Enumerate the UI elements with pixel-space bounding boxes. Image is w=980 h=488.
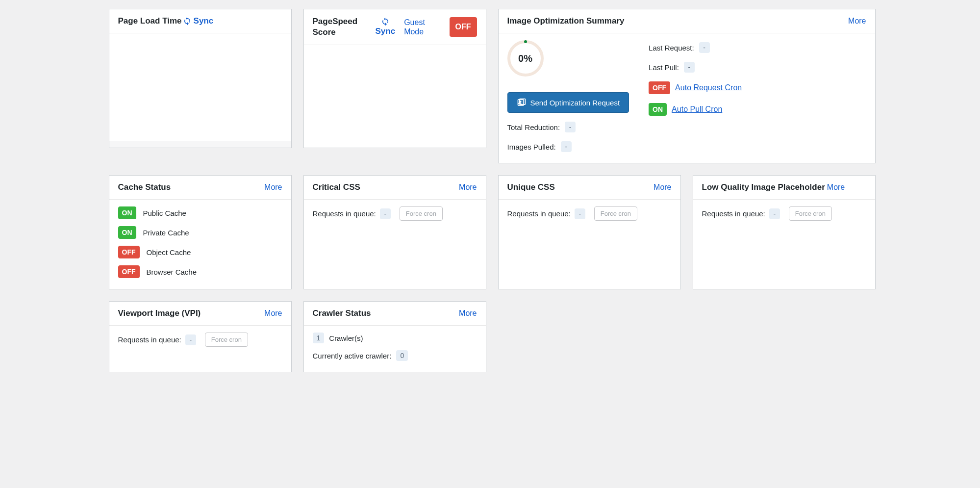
total-reduction-label: Total Reduction:: [507, 123, 560, 131]
last-request-row: Last Request: -: [649, 42, 866, 53]
card-header: Viewport Image (VPI) More: [109, 302, 291, 326]
auto-pull-cron-link[interactable]: Auto Pull Cron: [672, 105, 722, 114]
force-cron-button[interactable]: Force cron: [400, 206, 443, 221]
more-link[interactable]: More: [459, 309, 477, 318]
card-body: 1 Crawler(s) Currently active crawler: 0: [304, 326, 486, 372]
img-opt-title: Image Optimization Summary: [507, 16, 625, 26]
queue-count: -: [575, 208, 585, 219]
sync-link[interactable]: Sync: [194, 16, 214, 26]
card-body: Requests in queue: - Force cron: [499, 200, 680, 288]
gauge-value: 0%: [518, 53, 532, 64]
last-pull-value: -: [684, 62, 695, 73]
cache-status-row: OFF Browser Cache: [118, 265, 282, 278]
lqip-card: Low Quality Image Placeholder More Reque…: [693, 175, 876, 289]
images-icon: [517, 98, 527, 107]
cache-item-label: Object Cache: [147, 248, 191, 257]
card-body: [109, 33, 291, 141]
status-badge: ON: [118, 206, 136, 219]
card-header: Image Optimization Summary More: [499, 9, 875, 33]
queue-row: Requests in queue: - Force cron: [118, 333, 282, 347]
img-opt-right-column: Last Request: - Last Pull: - OFF Auto Re…: [649, 40, 866, 152]
lqip-title: Low Quality Image Placeholder: [702, 182, 825, 192]
last-request-label: Last Request:: [649, 44, 694, 52]
card-body: Requests in queue: - Force cron: [109, 326, 291, 358]
pagespeed-sync-group: Sync: [376, 17, 396, 36]
critical-css-card: Critical CSS More Requests in queue: - F…: [303, 175, 486, 289]
status-badge: OFF: [118, 265, 140, 278]
crawler-count-label: Crawler(s): [329, 334, 363, 342]
last-request-value: -: [699, 42, 710, 53]
more-link[interactable]: More: [264, 183, 282, 192]
card-header: Low Quality Image Placeholder More: [693, 176, 875, 200]
status-badge: OFF: [118, 246, 140, 258]
pagespeed-score-card: PageSpeed Score Sync Guest Mode OFF: [303, 9, 486, 148]
more-link[interactable]: More: [827, 183, 845, 192]
total-reduction-value: -: [565, 122, 576, 132]
crawler-count-row: 1 Crawler(s): [313, 333, 477, 343]
last-pull-row: Last Pull: -: [649, 62, 866, 73]
force-cron-button[interactable]: Force cron: [594, 206, 637, 221]
force-cron-button[interactable]: Force cron: [789, 206, 832, 221]
queue-row: Requests in queue: - Force cron: [702, 206, 866, 221]
auto-request-cron-row: OFF Auto Request Cron: [649, 81, 866, 94]
cache-item-label: Public Cache: [143, 209, 186, 217]
crawler-status-card: Crawler Status More 1 Crawler(s) Current…: [303, 301, 486, 372]
cache-status-title: Cache Status: [118, 182, 171, 192]
send-optimization-button[interactable]: Send Optimization Request: [507, 92, 629, 113]
force-cron-button[interactable]: Force cron: [205, 333, 248, 347]
cache-status-row: OFF Object Cache: [118, 246, 282, 258]
card-header: Unique CSS More: [499, 176, 680, 200]
pagespeed-title: PageSpeed Score: [313, 16, 367, 38]
cache-item-label: Private Cache: [143, 229, 189, 237]
queue-row: Requests in queue: - Force cron: [313, 206, 477, 221]
auto-pull-status-badge: ON: [649, 103, 667, 116]
refresh-icon[interactable]: [183, 17, 192, 26]
queue-count: -: [769, 208, 780, 219]
pagespeed-status-badge: OFF: [450, 17, 477, 37]
page-load-time-card: Page Load Time Sync: [109, 9, 292, 148]
more-link[interactable]: More: [264, 309, 282, 318]
image-optimization-card: Image Optimization Summary More 0% Send …: [498, 9, 876, 163]
card-body: 0% Send Optimization Request Total Reduc…: [499, 33, 875, 163]
queue-row: Requests in queue: - Force cron: [507, 206, 672, 221]
active-crawler-value: 0: [396, 350, 408, 361]
more-link[interactable]: More: [459, 183, 477, 192]
auto-request-cron-link[interactable]: Auto Request Cron: [675, 83, 742, 92]
card-header: Crawler Status More: [304, 302, 486, 326]
active-crawler-row: Currently active crawler: 0: [313, 350, 477, 361]
refresh-icon[interactable]: [381, 17, 390, 26]
queue-count: -: [380, 208, 391, 219]
cache-status-row: ON Public Cache: [118, 206, 282, 219]
page-load-time-title: Page Load Time: [118, 16, 182, 26]
more-link[interactable]: More: [653, 183, 671, 192]
total-reduction-row: Total Reduction: -: [507, 122, 629, 132]
vpi-card: Viewport Image (VPI) More Requests in qu…: [109, 301, 292, 372]
auto-request-status-badge: OFF: [649, 81, 670, 94]
sync-link[interactable]: Sync: [376, 26, 396, 36]
status-badge: ON: [118, 226, 136, 239]
send-optimization-label: Send Optimization Request: [530, 99, 620, 107]
card-body: [304, 45, 486, 63]
card-body: Requests in queue: - Force cron: [304, 200, 486, 288]
card-body: ON Public Cache ON Private Cache OFF Obj…: [109, 200, 291, 289]
active-crawler-label: Currently active crawler:: [313, 352, 392, 360]
more-link[interactable]: More: [848, 17, 866, 26]
card-footer-strip: [109, 141, 291, 148]
crawler-status-title: Crawler Status: [313, 308, 371, 318]
cache-status-card: Cache Status More ON Public Cache ON Pri…: [109, 175, 292, 289]
requests-in-queue-label: Requests in queue:: [313, 209, 376, 218]
images-pulled-value: -: [561, 141, 572, 152]
svg-point-2: [520, 101, 521, 103]
guest-mode-link[interactable]: Guest Mode: [404, 18, 425, 36]
card-header: Cache Status More: [109, 176, 291, 200]
card-body: Requests in queue: - Force cron: [693, 200, 875, 288]
img-opt-left-column: 0% Send Optimization Request Total Reduc…: [507, 40, 629, 152]
card-header: Page Load Time Sync: [109, 9, 291, 33]
critical-css-title: Critical CSS: [313, 182, 360, 192]
cache-status-row: ON Private Cache: [118, 226, 282, 239]
crawler-count: 1: [313, 333, 325, 343]
vpi-title: Viewport Image (VPI): [118, 308, 201, 318]
unique-css-card: Unique CSS More Requests in queue: - For…: [498, 175, 681, 289]
images-pulled-label: Images Pulled:: [507, 143, 556, 151]
cache-item-label: Browser Cache: [147, 268, 197, 276]
